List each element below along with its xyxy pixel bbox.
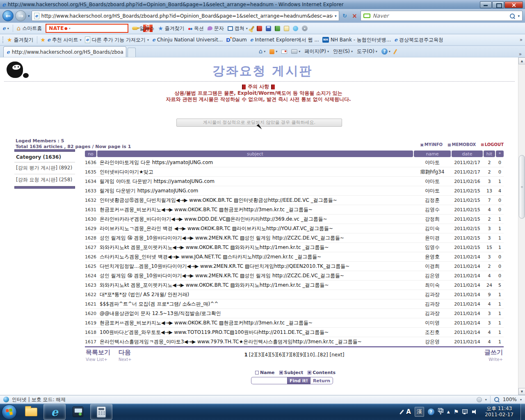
post-author[interactable]: 김과장 bbox=[414, 291, 451, 298]
ime-hanja-indicator[interactable]: 漢 bbox=[415, 407, 424, 417]
search-name-checkbox[interactable]: Name bbox=[255, 370, 275, 375]
pagination[interactable]: 1[2][3][4][5][6][7][8][9][10]..[82] [nex… bbox=[85, 352, 504, 358]
fav-item-ie-web[interactable]: e Internet Explorer에서 웹 ... bbox=[250, 37, 319, 43]
board-search-input[interactable] bbox=[251, 377, 287, 384]
post-subject-link[interactable]: 릴게임 야마토 다운받기 https://yamatoJUNG.com bbox=[97, 178, 413, 185]
category-item-lecture-request[interactable]: [강좌 요청 게시판] (258) bbox=[14, 174, 75, 186]
address-dropdown-icon[interactable]: ▾ bbox=[335, 14, 337, 18]
taskbar-calculator-button[interactable] bbox=[90, 404, 112, 420]
fav-item-gyeongju-edu[interactable]: e 경상북도경주교육청 bbox=[394, 37, 443, 43]
post-author[interactable]: 김과장 bbox=[414, 301, 451, 308]
fav-item-daum[interactable]: D Daum bbox=[226, 37, 247, 43]
feeds-button[interactable]: ▾ bbox=[269, 49, 277, 54]
stop-button[interactable]: × bbox=[351, 11, 359, 21]
taskbar-clock[interactable]: 오후 11:43 2011-02-17 bbox=[482, 406, 517, 418]
search-contents-checkbox[interactable]: Contents bbox=[308, 370, 336, 375]
zoom-dropdown-icon[interactable]: ▾ bbox=[520, 398, 522, 402]
fav-item-get-addons[interactable]: 다른 추가 기능 가져오기 ▾ bbox=[85, 37, 149, 43]
post-author[interactable]: 최미숙 bbox=[414, 282, 451, 289]
checkbox-unchecked-icon[interactable] bbox=[255, 371, 259, 374]
page-links[interactable]: [2][3][4][5][6][7][8][9][10]..[82] [next… bbox=[249, 352, 345, 358]
close-button[interactable] bbox=[504, 1, 523, 8]
commandbar-overflow-icon[interactable]: » bbox=[519, 51, 522, 57]
post-subject-link[interactable]: 스타카지노ろ겜몽_인터넷 백경◀→▶ www.JOA.NET.TC ▨스타카지노… bbox=[97, 253, 413, 260]
maximize-button[interactable] bbox=[492, 1, 504, 8]
start-button[interactable] bbox=[2, 404, 17, 420]
scroll-down-icon[interactable]: ▼ bbox=[518, 388, 525, 395]
post-author[interactable]: 강정희 bbox=[414, 216, 451, 223]
post-subject-link[interactable]: 성인 릴게임 ⑭ 겜몽_10원바다이야기◀→▶ www.2MEN.KR.TC ▨… bbox=[97, 272, 413, 279]
scrollbar-thumb[interactable]: ≡ bbox=[519, 155, 525, 219]
back-button[interactable]: ← bbox=[2, 10, 14, 21]
post-author[interactable]: 김과장 bbox=[414, 310, 451, 317]
write-button[interactable]: 글쓰기 Write+ bbox=[484, 349, 503, 362]
post-subject-link[interactable]: 현금포커ㅆ겜몽_비보카지노◀→▶ www.OKOK.BR.TC ▨현금포커htt… bbox=[97, 320, 413, 326]
ie-menu-button[interactable]: e▾ bbox=[2, 25, 9, 31]
post-subject-link[interactable]: 온라인야마토게임 다운 https://yamatoJUNG.com bbox=[97, 159, 413, 166]
sms-button[interactable]: 문자 bbox=[208, 25, 224, 32]
post-subject-link[interactable]: 라이브카지노ㄱ겜몽_온라인 백경 ◀→▶ www.OKOK.BR.TC ▨라이브… bbox=[97, 225, 413, 232]
search-box[interactable]: ▾ bbox=[361, 11, 523, 21]
post-subject-link[interactable]: 온라인텍사스홀덤게임ㅋ겜몽_야마토3◀→▶ www.7979.TH.TC★온라인… bbox=[97, 338, 413, 345]
safety-menu[interactable]: 안전(S)▾ bbox=[333, 48, 353, 55]
post-author[interactable]: 야마토 bbox=[414, 187, 451, 194]
post-subject-link[interactable]: 다빈치게임정말...겜몽_10원바다이야기◀→▶ www.2MEN.KR.TC … bbox=[97, 263, 413, 270]
show-hidden-icons-button[interactable]: ▲ bbox=[447, 410, 450, 414]
checkbox-checked-icon[interactable] bbox=[279, 371, 283, 374]
print-button[interactable]: ▾ bbox=[291, 49, 300, 54]
taskbar-ie-button[interactable]: e bbox=[43, 404, 66, 420]
post-subject-link[interactable]: 릴게임 다운받기 https://yamatoJUNG.com bbox=[97, 187, 413, 194]
post-subject-link[interactable]: @@내용상관없이 문자 12.5~13원/직접발송/로그확인 bbox=[97, 310, 413, 317]
address-input[interactable] bbox=[41, 13, 333, 19]
post-author[interactable]: 윤미경 bbox=[414, 235, 451, 242]
post-author[interactable]: 김은영 bbox=[414, 272, 451, 279]
post-author[interactable]: 윤영호 bbox=[414, 253, 451, 260]
fav-item-suggested-sites[interactable]: ★ e 추천 사이트 ▾ bbox=[41, 37, 82, 43]
post-subject-link[interactable]: 와와카지노kt 겜몽_포이펫카지노◀→▶ www.OKOK.BR.TC ▨와와카… bbox=[97, 244, 413, 251]
favorites-panel-button[interactable]: ★ 즐겨찾기 bbox=[7, 37, 34, 43]
nate-search-box[interactable]: NATE● ▾ 검색 bbox=[46, 24, 128, 33]
find-button[interactable]: Find it! bbox=[287, 377, 310, 384]
post-author[interactable]: 임영수 bbox=[414, 244, 451, 251]
checkbox-checked-icon[interactable] bbox=[308, 371, 311, 374]
volume-icon[interactable] bbox=[472, 409, 478, 414]
green-book-icon[interactable] bbox=[275, 26, 280, 31]
post-subject-link[interactable]: 와와카지노kt 겜몽_포이펫카지노◀→▶ www.OKOK.BR.TC ▨와와카… bbox=[97, 282, 413, 289]
capture-dropdown-icon[interactable]: ▾ bbox=[246, 27, 248, 30]
ime-latin-indicator[interactable]: A bbox=[406, 408, 411, 415]
minimize-button[interactable] bbox=[480, 1, 492, 8]
action-center-flag-icon[interactable]: ⚑ bbox=[454, 409, 459, 415]
show-desktop-button[interactable] bbox=[520, 404, 525, 420]
post-author[interactable]: 김영수 bbox=[414, 206, 451, 213]
post-author[interactable]: 야마토 bbox=[414, 178, 451, 185]
ime-help-icon[interactable]: ? bbox=[428, 409, 434, 415]
save-icon[interactable] bbox=[266, 26, 271, 31]
address-bar[interactable]: ▾ bbox=[32, 11, 339, 21]
post-author[interactable]: 강은영 bbox=[414, 338, 451, 345]
post-subject-link[interactable]: $$$겜파^트^너 모집(겜 프로*그램/ 소&스판_매)^^ bbox=[97, 301, 413, 308]
alpass-button[interactable]: 알패스 bbox=[132, 25, 154, 32]
refresh-button[interactable]: ↻ bbox=[341, 11, 349, 21]
post-subject-link[interactable]: 성인 릴게임 ⑭ 겜몽_10원바다이야기◀→▶ www.2MEN.KR.TC ▨… bbox=[97, 235, 413, 242]
toolbar-more-icon[interactable]: ▾ bbox=[302, 25, 308, 31]
page-menu[interactable]: 페이지(P)▾ bbox=[304, 48, 329, 55]
tools-menu[interactable]: 도구(O)▾ bbox=[357, 48, 377, 55]
search-icon[interactable] bbox=[509, 13, 515, 19]
history-dropdown-icon[interactable]: ▾ bbox=[28, 14, 30, 18]
taskbar-explorer-button[interactable] bbox=[20, 404, 42, 420]
favorites-button[interactable]: ★ 즐겨찾기 bbox=[158, 25, 185, 32]
language-pen-icon[interactable] bbox=[399, 409, 404, 414]
post-author[interactable]: 조진호 bbox=[414, 329, 451, 336]
capture-button[interactable]: 캡쳐 ▾ bbox=[228, 25, 248, 32]
notepad-icon[interactable] bbox=[284, 26, 289, 31]
new-tab-button[interactable] bbox=[128, 48, 136, 57]
post-subject-link[interactable]: 현금포커ㅆ겜몽_비보카지노◀→▶ www.OKOK.BR.TC ▨현금포커htt… bbox=[97, 206, 413, 213]
post-author[interactable]: 이미영 bbox=[414, 320, 451, 326]
chevron-down-icon[interactable]: ▾ bbox=[485, 398, 487, 402]
memobox-link[interactable]: ▩MEMOBOX bbox=[447, 142, 476, 147]
post-subject-link[interactable]: 인터넷바다이야기★맞고 bbox=[97, 169, 413, 176]
post-author[interactable]: 癤翾hfg34 bbox=[414, 169, 451, 176]
fav-item-nh-bank[interactable]: NH NH Bank - 농협인터넷뱅... bbox=[322, 37, 391, 43]
red-book-icon[interactable] bbox=[257, 26, 262, 31]
return-button[interactable]: Return bbox=[310, 377, 333, 384]
